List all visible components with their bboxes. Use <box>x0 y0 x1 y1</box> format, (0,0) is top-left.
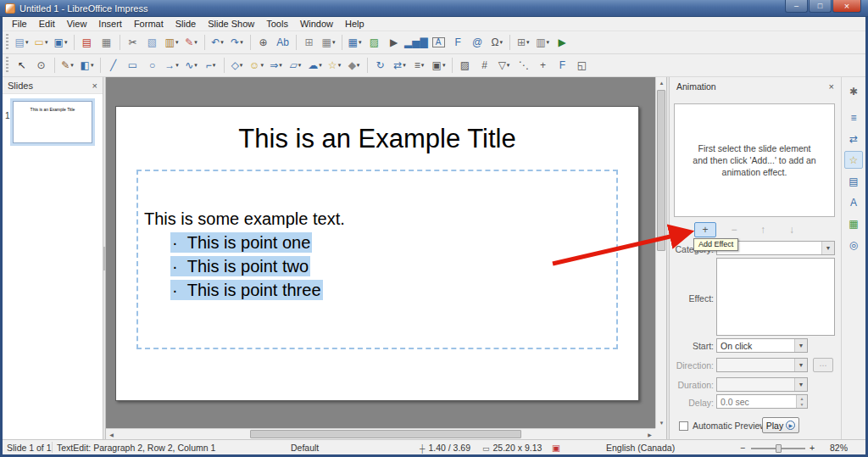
ellipse-tool[interactable]: ○ <box>142 56 162 75</box>
stars-banners-tool[interactable]: ☆ <box>325 56 344 75</box>
close-button[interactable]: × <box>832 0 861 13</box>
body-text-line[interactable]: This is some example text. <box>138 207 616 231</box>
tab-slide-transition[interactable]: ⇄ <box>844 130 863 148</box>
display-views-button[interactable]: ▥ <box>533 33 553 52</box>
slides-panel-close-icon[interactable]: × <box>92 81 97 91</box>
slide-canvas[interactable]: This is an Example Title This is some ex… <box>106 77 666 439</box>
effect-listbox[interactable] <box>716 258 835 336</box>
menu-item[interactable]: View <box>61 18 93 30</box>
toggle-extrusion-button[interactable]: ◱ <box>572 56 592 75</box>
direction-dropdown[interactable]: ▼ <box>716 358 808 372</box>
symbol-shapes-tool[interactable]: ☺ <box>247 56 266 75</box>
menu-item[interactable]: Slide <box>170 18 202 30</box>
vertical-scroll-thumb[interactable] <box>657 90 665 251</box>
paste-button[interactable]: ▥ <box>162 33 181 52</box>
horizontal-scroll-thumb[interactable] <box>250 430 521 438</box>
play-button[interactable]: Play ▶ <box>762 417 799 433</box>
slide-thumbnail[interactable]: This is an Example Title <box>13 101 92 143</box>
select-tool[interactable]: ↖ <box>12 56 31 75</box>
spelling-button[interactable]: Ab <box>273 33 292 52</box>
undo-button[interactable]: ↶ <box>208 33 227 52</box>
export-pdf-button[interactable]: ▤ <box>77 33 97 52</box>
tab-animation[interactable]: ☆ <box>844 151 863 169</box>
insert-image-button[interactable]: ▨ <box>364 33 384 52</box>
animation-panel-close-icon[interactable]: × <box>829 81 834 92</box>
3d-objects-tool[interactable]: ◆ <box>344 56 364 75</box>
points-tool[interactable]: ⋱ <box>514 56 533 75</box>
menu-item[interactable]: File <box>6 18 33 30</box>
tab-properties[interactable]: ≡ <box>844 109 863 126</box>
copy-button[interactable]: ▧ <box>142 33 162 52</box>
automatic-preview-checkbox[interactable] <box>679 421 688 431</box>
zoom-in-button[interactable]: + <box>810 443 815 453</box>
slide[interactable]: This is an Example Title This is some ex… <box>115 106 639 401</box>
flip-tool[interactable]: ⇄ <box>390 56 409 75</box>
zoom-pan-tool[interactable]: ⊙ <box>31 56 51 75</box>
flowchart-tool[interactable]: ▱ <box>286 56 305 75</box>
insert-text-box-button[interactable]: A <box>429 33 448 52</box>
print-button[interactable]: ▦ <box>97 33 116 52</box>
tab-master-slides[interactable]: ▤ <box>844 172 863 190</box>
menu-item[interactable]: Insert <box>92 18 128 30</box>
bullet-line[interactable]: ·This is point one <box>138 231 616 254</box>
duration-dropdown[interactable]: ▼ <box>716 377 808 392</box>
insert-table-button[interactable]: ▦ <box>345 33 364 52</box>
menu-item[interactable]: Edit <box>33 18 61 30</box>
menu-item[interactable]: Tools <box>260 18 294 30</box>
maximize-button[interactable]: □ <box>809 0 832 13</box>
tab-styles[interactable]: A <box>844 193 863 211</box>
sidebar-settings-icon[interactable]: ✱ <box>844 82 863 100</box>
connectors-tool[interactable]: ⌐ <box>201 56 220 75</box>
titlebar[interactable]: Untitled 1 - LibreOffice Impress – □ × <box>0 0 868 17</box>
new-slide-button[interactable]: ⊞ <box>514 33 533 52</box>
lines-arrows-tool[interactable]: → <box>162 56 181 75</box>
insert-special-character-button[interactable]: Ω <box>487 33 507 52</box>
find-replace-button[interactable]: ⊕ <box>253 33 273 52</box>
rotate-tool[interactable]: ↻ <box>370 56 390 75</box>
save-button[interactable]: ▣ <box>51 33 70 52</box>
insert-line-tool[interactable]: ╱ <box>103 56 123 75</box>
line-color-button[interactable]: ✎ <box>58 56 77 75</box>
chevron-down-icon[interactable]: ▼ <box>794 339 807 352</box>
glue-points-tool[interactable]: + <box>533 56 553 75</box>
display-grid-button[interactable]: ⊞ <box>299 33 319 52</box>
move-up-button[interactable]: ↑ <box>752 222 774 237</box>
callouts-tool[interactable]: ☁ <box>305 56 325 75</box>
new-document-button[interactable]: ▤ <box>12 33 31 52</box>
menu-item[interactable]: Slide Show <box>202 18 260 30</box>
insert-hyperlink-button[interactable]: @ <box>468 33 487 52</box>
spinner-buttons[interactable]: ▲▼ <box>796 395 807 408</box>
insert-chart-button[interactable]: ▂▅▇ <box>403 33 429 52</box>
effect-options-button[interactable]: ⋯ <box>813 358 833 372</box>
move-down-button[interactable]: ↓ <box>781 222 803 237</box>
redo-button[interactable]: ↷ <box>227 33 247 52</box>
start-slideshow-button[interactable]: ▶ <box>553 33 572 52</box>
tab-navigator[interactable]: ◎ <box>844 236 863 254</box>
filter-button[interactable]: ▽ <box>494 56 514 75</box>
menu-item[interactable]: Help <box>339 18 370 30</box>
delay-spinbox[interactable]: 0.0 sec ▲▼ <box>716 394 808 409</box>
toolbar-grip[interactable] <box>6 34 8 51</box>
arrange-button[interactable]: ▣ <box>429 56 448 75</box>
horizontal-scrollbar[interactable]: ◀ ▶ <box>106 428 655 439</box>
rectangle-tool[interactable]: ▭ <box>123 56 142 75</box>
add-effect-button[interactable]: + <box>694 222 716 237</box>
crop-image-button[interactable]: # <box>475 56 494 75</box>
slide-style-status[interactable]: Default <box>291 443 319 453</box>
vertical-scrollbar[interactable]: ▲ ▼ <box>655 77 666 428</box>
menu-item[interactable]: Window <box>294 18 339 30</box>
minimize-button[interactable]: – <box>785 0 808 13</box>
curve-tool[interactable]: ∿ <box>181 56 201 75</box>
remove-effect-button[interactable]: − <box>723 222 745 237</box>
zoom-level-status[interactable]: 82% <box>830 443 848 453</box>
shadow-button[interactable]: ▨ <box>455 56 475 75</box>
basic-shapes-tool[interactable]: ◇ <box>227 56 247 75</box>
menu-item[interactable]: Format <box>128 18 170 30</box>
fontwork-style-button[interactable]: F <box>553 56 572 75</box>
slide-title-text[interactable]: This is an Example Title <box>116 124 638 154</box>
chevron-down-icon[interactable]: ▼ <box>821 242 834 254</box>
toolbar-grip[interactable] <box>6 57 8 74</box>
zoom-slider-thumb[interactable] <box>776 444 782 453</box>
clone-formatting-button[interactable]: ✎ <box>181 33 201 52</box>
align-objects-button[interactable]: ≡ <box>409 56 429 75</box>
